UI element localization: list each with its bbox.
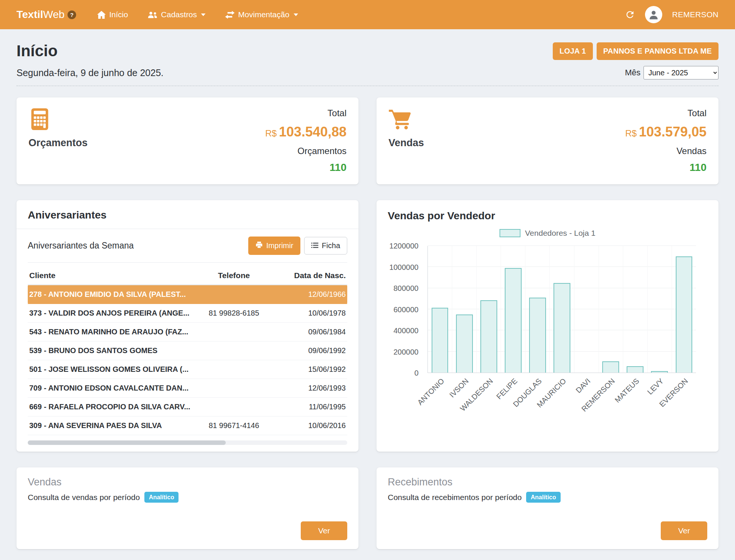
y-tick-label: 800000 <box>388 284 418 292</box>
y-tick-label: 200000 <box>388 348 418 356</box>
chart-legend[interactable]: Vendedores - Loja 1 <box>388 229 707 238</box>
store-button[interactable]: LOJA 1 <box>553 42 592 60</box>
sales-count: 110 <box>625 161 706 174</box>
refresh-icon[interactable] <box>625 9 635 20</box>
chart-slot <box>672 246 696 373</box>
month-select[interactable]: June - 2025 <box>644 66 718 79</box>
nav-item-label: Cadastros <box>161 10 197 19</box>
record-button[interactable]: Ficha <box>304 237 347 255</box>
table-cell-birth: 10/06/2016 <box>276 416 347 435</box>
birthdays-title: Aniversariantes <box>28 209 347 221</box>
table-row[interactable]: 501 - JOSE WELISSON GOMES OLIVEIRA (...1… <box>28 360 347 379</box>
brand-text-light: Web <box>43 9 64 21</box>
receipts-report-subtitle: Consulta de recebimentos por período <box>388 493 522 502</box>
nav-item-cadastros[interactable]: Cadastros <box>147 10 206 19</box>
table-cell-phone <box>192 341 276 360</box>
sales-report-card: Vendas Consulta de vendas por período An… <box>16 467 358 549</box>
chart-slot <box>452 246 476 373</box>
nav-menu: Início Cadastros Movimentação <box>97 10 298 19</box>
chart-x-axis: ANTONIOIVSONWALDESONFELIPEDOUGLASMAURICI… <box>428 373 696 416</box>
table-cell-phone <box>192 398 276 416</box>
table-horizontal-scrollbar[interactable] <box>28 440 347 445</box>
table-row[interactable]: 373 - VALDIR DOS ANJOS PEREIRA (ANGE...8… <box>28 304 347 323</box>
sales-count-label: Vendas <box>625 145 706 157</box>
legend-label: Vendedores - Loja 1 <box>525 229 596 238</box>
total-label: Total <box>265 108 346 119</box>
x-tick-label: LEVY <box>620 377 665 422</box>
table-row[interactable]: 309 - ANA SEVERINA PAES DA SILVA81 99671… <box>28 416 347 435</box>
x-tick-label: WALDESON <box>449 377 495 422</box>
chart-slot <box>549 246 574 373</box>
chart-bar[interactable] <box>676 256 693 373</box>
table-cell-phone <box>192 360 276 379</box>
y-tick-label: 0 <box>388 369 418 377</box>
nav-item-movimentacao[interactable]: Movimentação <box>225 10 298 19</box>
nav-item-inicio[interactable]: Início <box>97 10 128 19</box>
sales-label: Vendas <box>388 137 424 149</box>
x-tick-label: DAVI <box>546 377 592 422</box>
chart-slot <box>501 246 525 373</box>
table-cell-client: 373 - VALDIR DOS ANJOS PEREIRA (ANGE... <box>28 304 192 323</box>
chevron-down-icon <box>201 13 206 16</box>
table-row[interactable]: 278 - ANTONIO EMIDIO DA SILVA (PALEST...… <box>28 285 347 304</box>
table-cell-phone <box>192 379 276 398</box>
table-cell-phone: 81 99671-4146 <box>192 416 276 435</box>
top-navbar: TextilWeb ? Início Cadastros <box>0 0 735 29</box>
list-icon <box>311 241 318 250</box>
x-tick-label: REMERSON <box>571 377 616 422</box>
chart-bar[interactable] <box>602 361 619 373</box>
x-tick-label: MATEUS <box>595 377 641 422</box>
table-cell-client: 709 - ANTONIO EDSON CAVALCANTE DAN... <box>28 379 192 398</box>
table-row[interactable]: 709 - ANTONIO EDSON CAVALCANTE DAN...12/… <box>28 379 347 398</box>
table-cell-client: 543 - RENATO MARINHO DE ARAUJO (FAZ... <box>28 323 192 341</box>
chart-slot <box>428 246 452 373</box>
app-logo[interactable]: TextilWeb ? <box>16 9 76 21</box>
table-cell-birth: 10/06/1978 <box>276 304 347 323</box>
chart-y-axis: 020000040000060000080000010000001200000 <box>388 246 424 373</box>
chart-bar[interactable] <box>480 300 497 373</box>
legend-swatch <box>500 229 520 237</box>
chart-title: Vendas por Vendedor <box>388 210 707 222</box>
help-icon[interactable]: ? <box>68 10 76 19</box>
y-tick-label: 600000 <box>388 306 418 313</box>
chart-bar[interactable] <box>456 314 473 373</box>
sales-report-view-button[interactable]: Ver <box>301 521 347 540</box>
total-label: Total <box>625 108 706 119</box>
table-row[interactable]: 539 - BRUNO DOS SANTOS GOMES09/06/1992 <box>28 341 347 360</box>
table-cell-birth: 09/06/1992 <box>276 341 347 360</box>
table-row[interactable]: 543 - RENATO MARINHO DE ARAUJO (FAZ...09… <box>28 323 347 341</box>
table-cell-client: 309 - ANA SEVERINA PAES DA SILVA <box>28 416 192 435</box>
table-cell-birth: 15/06/1992 <box>276 360 347 379</box>
avatar[interactable] <box>645 6 662 23</box>
table-cell-client: 501 - JOSE WELISSON GOMES OLIVEIRA (... <box>28 360 192 379</box>
month-label: Mês <box>625 68 640 78</box>
table-cell-client: 539 - BRUNO DOS SANTOS GOMES <box>28 341 192 360</box>
exchange-icon <box>225 11 235 19</box>
sales-summary-card: Vendas Total R$103.579,05 Vendas 110 <box>376 97 718 184</box>
page-content: Início LOJA 1 PANNOS E PANNOS LTDA ME Se… <box>0 29 735 560</box>
company-button[interactable]: PANNOS E PANNOS LTDA ME <box>597 42 718 60</box>
chart-bar[interactable] <box>432 308 448 373</box>
chart-bar[interactable] <box>529 298 546 373</box>
budgets-summary-card: Orçamentos Total R$103.540,88 Orçamentos… <box>16 97 358 184</box>
y-tick-label: 400000 <box>388 327 418 334</box>
chart-bar[interactable] <box>627 366 644 373</box>
table-cell-client: 669 - RAFAELA PROCOPIO DA SILVA CARV... <box>28 398 192 416</box>
birthdays-card: Aniversariantes Aniversariantes da Seman… <box>16 200 358 452</box>
page-title: Início <box>16 42 58 60</box>
table-row[interactable]: 669 - RAFAELA PROCOPIO DA SILVA CARV...1… <box>28 398 347 416</box>
receipts-report-title: Recebimentos <box>388 476 707 488</box>
birthdays-subtitle: Aniversariantes da Semana <box>28 241 248 251</box>
home-icon <box>97 11 106 19</box>
chart-slot <box>598 246 623 373</box>
receipts-report-card: Recebimentos Consulta de recebimentos po… <box>376 467 718 549</box>
chart-bar[interactable] <box>554 283 570 373</box>
brand-text-bold: Textil <box>16 9 43 21</box>
user-name[interactable]: REMERSON <box>672 10 718 19</box>
receipts-report-view-button[interactable]: Ver <box>661 521 707 540</box>
x-tick-label: IVSON <box>424 377 470 422</box>
chart-bar[interactable] <box>651 371 668 373</box>
chart-bar[interactable] <box>505 268 522 373</box>
scrollbar-thumb[interactable] <box>28 440 226 445</box>
print-button[interactable]: Imprimir <box>248 237 300 255</box>
